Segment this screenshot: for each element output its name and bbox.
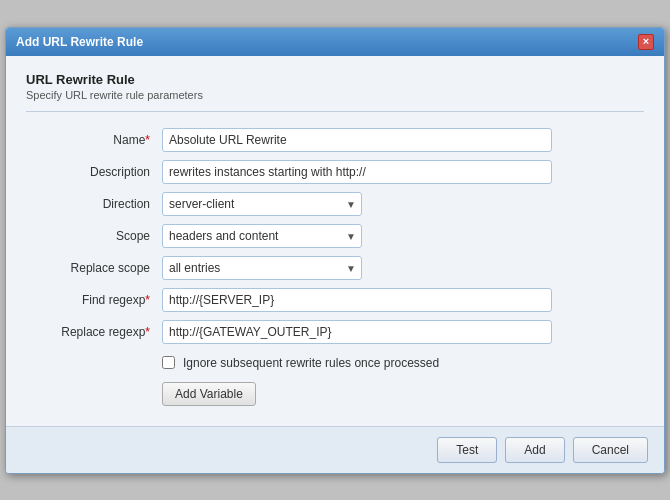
find-regexp-label-cell: Find regexp*	[26, 284, 156, 316]
add-button[interactable]: Add	[505, 437, 564, 463]
replace-scope-label-cell: Replace scope	[26, 252, 156, 284]
scope-select-cell: headers and content headers only content…	[156, 220, 644, 252]
direction-label-cell: Direction	[26, 188, 156, 220]
find-regexp-row: Find regexp*	[26, 284, 644, 316]
direction-select[interactable]: server-client client-server	[162, 192, 362, 216]
name-input-cell	[156, 124, 644, 156]
add-variable-container: Add Variable	[26, 374, 644, 410]
replace-regexp-input[interactable]	[162, 320, 552, 344]
replace-regexp-row: Replace regexp*	[26, 316, 644, 348]
find-regexp-input[interactable]	[162, 288, 552, 312]
replace-scope-label: Replace scope	[71, 261, 150, 275]
ignore-rules-label: Ignore subsequent rewrite rules once pro…	[183, 356, 439, 370]
replace-scope-select[interactable]: all entries first entry only	[162, 256, 362, 280]
description-label-cell: Description	[26, 156, 156, 188]
ignore-rules-row: Ignore subsequent rewrite rules once pro…	[162, 356, 644, 370]
replace-regexp-required: *	[145, 325, 150, 339]
add-variable-button[interactable]: Add Variable	[162, 382, 256, 406]
dialog-footer: Test Add Cancel	[6, 426, 664, 473]
replace-scope-select-wrapper: all entries first entry only ▼	[162, 256, 362, 280]
direction-label: Direction	[103, 197, 150, 211]
description-label: Description	[90, 165, 150, 179]
dialog-title: Add URL Rewrite Rule	[16, 35, 143, 49]
find-regexp-required: *	[145, 293, 150, 307]
description-row: Description	[26, 156, 644, 188]
direction-select-wrapper: server-client client-server ▼	[162, 192, 362, 216]
replace-scope-row: Replace scope all entries first entry on…	[26, 252, 644, 284]
replace-regexp-input-cell	[156, 316, 644, 348]
ignore-rules-checkbox[interactable]	[162, 356, 175, 369]
scope-row: Scope headers and content headers only c…	[26, 220, 644, 252]
name-input[interactable]	[162, 128, 552, 152]
dialog-body: URL Rewrite Rule Specify URL rewrite rul…	[6, 56, 664, 426]
name-label-cell: Name*	[26, 124, 156, 156]
name-required: *	[145, 133, 150, 147]
scope-label-cell: Scope	[26, 220, 156, 252]
cancel-button[interactable]: Cancel	[573, 437, 648, 463]
section-subtitle: Specify URL rewrite rule parameters	[26, 89, 644, 101]
direction-select-cell: server-client client-server ▼	[156, 188, 644, 220]
add-url-rewrite-rule-dialog: Add URL Rewrite Rule × URL Rewrite Rule …	[5, 27, 665, 474]
find-regexp-input-cell	[156, 284, 644, 316]
direction-row: Direction server-client client-server ▼	[26, 188, 644, 220]
close-button[interactable]: ×	[638, 34, 654, 50]
description-input[interactable]	[162, 160, 552, 184]
dialog-titlebar: Add URL Rewrite Rule ×	[6, 28, 664, 56]
scope-select[interactable]: headers and content headers only content…	[162, 224, 362, 248]
description-input-cell	[156, 156, 644, 188]
name-row: Name*	[26, 124, 644, 156]
test-button[interactable]: Test	[437, 437, 497, 463]
form-table: Name* Description	[26, 124, 644, 348]
replace-regexp-label: Replace regexp	[61, 325, 145, 339]
replace-scope-select-cell: all entries first entry only ▼	[156, 252, 644, 284]
scope-label: Scope	[116, 229, 150, 243]
section-title: URL Rewrite Rule	[26, 72, 644, 87]
section-header: URL Rewrite Rule Specify URL rewrite rul…	[26, 72, 644, 112]
scope-select-wrapper: headers and content headers only content…	[162, 224, 362, 248]
find-regexp-label: Find regexp	[82, 293, 145, 307]
name-label: Name	[113, 133, 145, 147]
replace-regexp-label-cell: Replace regexp*	[26, 316, 156, 348]
